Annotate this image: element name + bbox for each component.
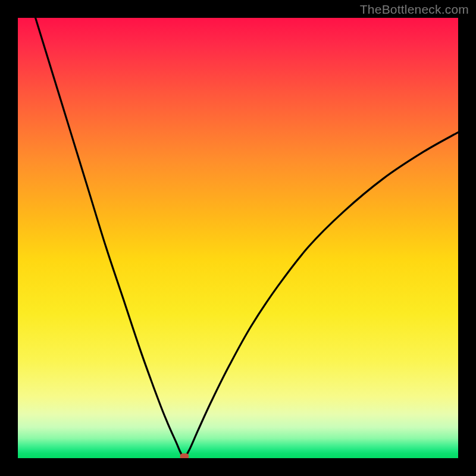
curve-path [36,18,458,458]
optimum-marker [180,453,189,458]
watermark-text: TheBottleneck.com [360,2,469,17]
bottleneck-curve [18,18,458,458]
chart-frame: TheBottleneck.com [0,0,476,476]
plot-area [18,18,458,458]
